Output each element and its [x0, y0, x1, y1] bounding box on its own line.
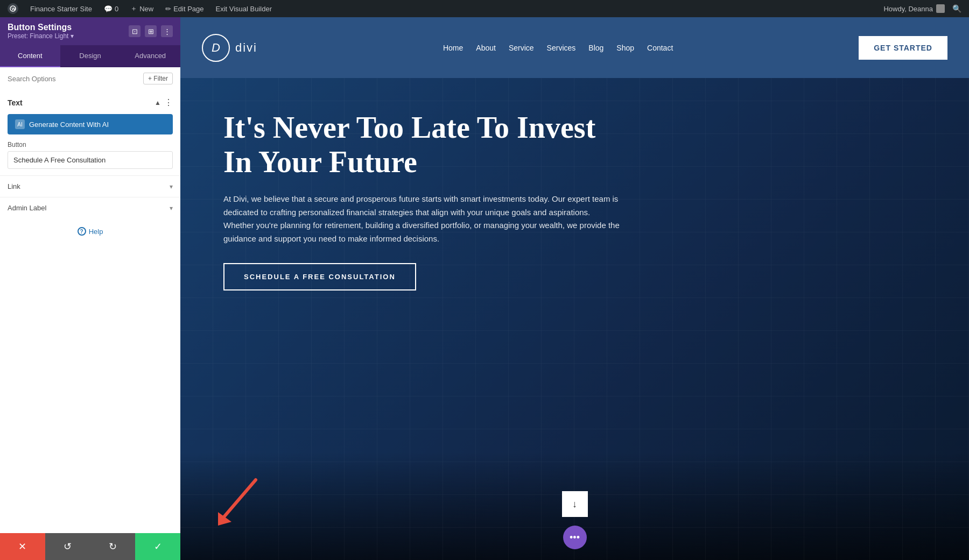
avatar [936, 4, 945, 13]
page-content: D divi Home About Service Services Blog … [180, 17, 969, 560]
hero-cta-button[interactable]: SCHEDULE A FREE CONSULTATION [223, 263, 416, 290]
admin-label-title: Admin Label [8, 204, 46, 212]
save-icon: ✓ [154, 541, 162, 552]
ai-icon: AI [15, 119, 25, 129]
ai-generate-button[interactable]: AI Generate Content With AI [8, 114, 173, 134]
edit-page-item[interactable]: ✏ Edit Page [162, 0, 207, 17]
logo-text: divi [235, 41, 257, 55]
site-nav: Home About Service Services Blog Shop Co… [443, 44, 673, 52]
text-section-title: Text [8, 98, 23, 107]
admin-label-section-header[interactable]: Admin Label ▾ [8, 204, 173, 212]
hero-title: It's Never Too Late To Invest In Your Fu… [223, 110, 622, 180]
text-section-header: Text ▲ ⋮ [0, 90, 180, 112]
sidebar-header: Button Settings Preset: Finance Light ▾ … [0, 17, 180, 45]
sidebar-title-group: Button Settings Preset: Finance Light ▾ [8, 23, 74, 40]
close-icon: ✕ [18, 541, 26, 552]
svg-text:W: W [12, 6, 16, 11]
dots-fab-button[interactable]: ••• [563, 526, 587, 549]
scroll-down-button[interactable]: ↓ [562, 491, 588, 517]
get-started-button[interactable]: GET STARTED [859, 36, 947, 60]
dots-fab-icon: ••• [570, 532, 580, 543]
sidebar-search-area: + Filter [0, 67, 180, 90]
ai-button-label: Generate Content With AI [29, 120, 109, 129]
sidebar: Button Settings Preset: Finance Light ▾ … [0, 17, 180, 560]
admin-bar: W Finance Starter Site 💬 0 ＋ New ✏ Edit … [0, 0, 969, 17]
nav-service[interactable]: Service [509, 44, 534, 52]
nav-about[interactable]: About [476, 44, 496, 52]
admin-label-chevron-icon: ▾ [170, 204, 173, 212]
search-admin-item[interactable]: 🔍 [949, 0, 965, 17]
search-input[interactable] [8, 75, 139, 83]
help-section: ? Help [0, 218, 180, 244]
site-logo: D divi [202, 34, 257, 62]
site-name-label: Finance Starter Site [30, 5, 92, 13]
exit-builder-item[interactable]: Exit Visual Builder [213, 0, 276, 17]
button-field-label: Button [8, 141, 173, 148]
nav-blog[interactable]: Blog [588, 44, 603, 52]
hero-body-text: At Divi, we believe that a secure and pr… [223, 193, 622, 246]
close-button[interactable]: ✕ [0, 533, 45, 560]
focus-mode-icon[interactable]: ⊡ [129, 25, 141, 37]
down-arrow-icon: ↓ [572, 499, 577, 510]
search-icon: 🔍 [952, 4, 961, 13]
nav-contact[interactable]: Contact [647, 44, 673, 52]
sidebar-header-icons: ⊡ ⊞ ⋮ [129, 25, 173, 37]
wp-logo: W [8, 3, 18, 14]
help-circle-icon: ? [78, 227, 86, 236]
edit-page-label: Edit Page [173, 5, 203, 13]
comment-icon: 💬 [104, 5, 113, 13]
undo-button[interactable]: ↺ [45, 533, 90, 560]
search-row: + Filter [8, 73, 173, 84]
link-section: Link ▾ [0, 175, 180, 197]
pencil-icon: ✏ [165, 5, 171, 13]
sidebar-tabs: Content Design Advanced [0, 45, 180, 67]
sidebar-content: Text ▲ ⋮ AI Generate Content With AI But… [0, 90, 180, 533]
plus-icon: ＋ [130, 4, 137, 13]
button-field-group: Button [0, 141, 180, 175]
help-link[interactable]: ? Help [8, 227, 173, 236]
save-button[interactable]: ✓ [135, 533, 180, 560]
nav-home[interactable]: Home [443, 44, 463, 52]
filter-button[interactable]: + Filter [143, 73, 173, 84]
exit-builder-label: Exit Visual Builder [216, 5, 272, 13]
howdy-label: Howdy, Deanna [883, 5, 933, 13]
filter-label: + Filter [148, 75, 168, 82]
admin-label-section: Admin Label ▾ [0, 197, 180, 218]
redo-button[interactable]: ↻ [90, 533, 136, 560]
sidebar-title: Button Settings [8, 23, 74, 32]
button-text-input[interactable] [8, 151, 173, 169]
admin-bar-right: Howdy, Deanna 🔍 [883, 0, 965, 17]
tab-content[interactable]: Content [0, 45, 60, 67]
section-controls: ▲ ⋮ [155, 97, 173, 108]
wp-logo-item[interactable]: W [4, 0, 22, 17]
logo-circle: D [202, 34, 230, 62]
hero-section: It's Never Too Late To Invest In Your Fu… [180, 78, 969, 560]
new-item[interactable]: ＋ New [127, 0, 157, 17]
tab-design[interactable]: Design [60, 45, 121, 67]
section-dots-menu[interactable]: ⋮ [164, 97, 173, 108]
howdy-item[interactable]: Howdy, Deanna [883, 4, 945, 13]
more-options-icon[interactable]: ⋮ [161, 25, 173, 37]
nav-services[interactable]: Services [547, 44, 576, 52]
columns-icon[interactable]: ⊞ [145, 25, 157, 37]
hero-content: It's Never Too Late To Invest In Your Fu… [180, 78, 665, 323]
link-section-header[interactable]: Link ▾ [8, 182, 173, 190]
tab-advanced[interactable]: Advanced [120, 45, 180, 67]
help-label: Help [89, 228, 103, 236]
link-chevron-icon: ▾ [170, 183, 173, 190]
site-header: D divi Home About Service Services Blog … [180, 17, 969, 78]
search-input-wrap [8, 74, 139, 83]
site-name-item[interactable]: Finance Starter Site [27, 0, 95, 17]
nav-shop[interactable]: Shop [616, 44, 634, 52]
comments-item[interactable]: 💬 0 [101, 0, 122, 17]
collapse-icon[interactable]: ▲ [155, 99, 161, 107]
admin-bar-left: W Finance Starter Site 💬 0 ＋ New ✏ Edit … [4, 0, 275, 17]
new-label: New [139, 5, 153, 13]
sidebar-bottom-bar: ✕ ↺ ↻ ✓ [0, 533, 180, 560]
comments-count: 0 [115, 5, 118, 13]
link-section-title: Link [8, 182, 20, 190]
redo-icon: ↻ [109, 541, 117, 552]
undo-icon: ↺ [64, 541, 72, 552]
sidebar-preset[interactable]: Preset: Finance Light ▾ [8, 32, 74, 40]
main-layout: Button Settings Preset: Finance Light ▾ … [0, 17, 969, 560]
